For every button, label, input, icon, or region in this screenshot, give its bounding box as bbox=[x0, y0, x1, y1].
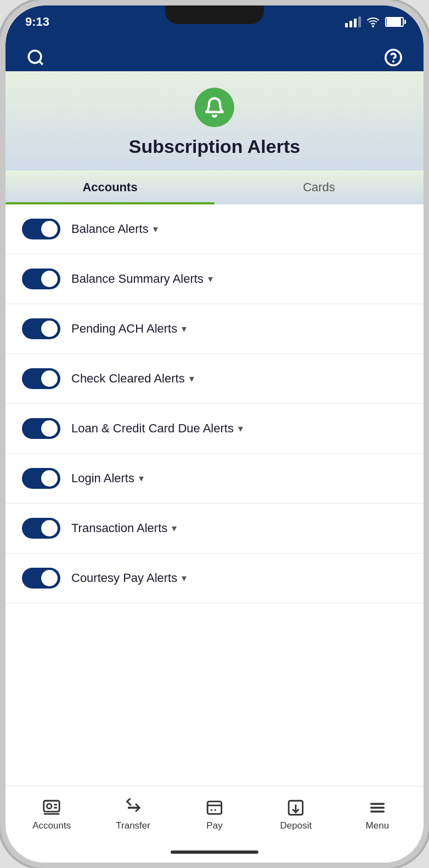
bell-circle bbox=[195, 88, 234, 127]
transfer-icon bbox=[124, 798, 143, 817]
toggle-check-cleared[interactable] bbox=[22, 368, 60, 389]
nav-label-menu: Menu bbox=[366, 820, 390, 831]
toggle-thumb-login bbox=[41, 470, 58, 487]
chevron-down-icon-balance-summary: ▾ bbox=[208, 273, 213, 285]
alert-item-balance[interactable]: Balance Alerts ▾ bbox=[5, 204, 424, 254]
alert-item-courtesy-pay[interactable]: Courtesy Pay Alerts ▾ bbox=[5, 553, 424, 603]
nav-label-deposit: Deposit bbox=[280, 820, 312, 831]
home-bar bbox=[171, 850, 258, 854]
chevron-down-icon-transaction: ▾ bbox=[172, 522, 177, 534]
tab-cards[interactable]: Cards bbox=[214, 170, 424, 204]
alert-label-login: Login Alerts bbox=[71, 471, 134, 486]
phone-inner: 9:13 bbox=[5, 5, 424, 863]
alert-label-balance: Balance Alerts bbox=[71, 222, 149, 236]
home-indicator bbox=[5, 846, 424, 863]
alert-label-courtesy-pay: Courtesy Pay Alerts bbox=[71, 571, 177, 585]
search-icon bbox=[26, 48, 45, 67]
notch bbox=[165, 5, 264, 24]
toggle-thumb-balance-summary bbox=[41, 271, 58, 287]
help-button[interactable] bbox=[380, 44, 407, 71]
alert-item-check-cleared[interactable]: Check Cleared Alerts ▾ bbox=[5, 354, 424, 404]
svg-rect-8 bbox=[207, 801, 222, 814]
nav-item-transfer[interactable]: Transfer bbox=[92, 798, 173, 831]
page-title: Subscription Alerts bbox=[129, 136, 300, 157]
tabs-container: Accounts Cards bbox=[5, 170, 424, 204]
alerts-list: Balance Alerts ▾ Balance Summary Alerts … bbox=[5, 204, 424, 786]
nav-item-accounts[interactable]: Accounts bbox=[11, 798, 92, 831]
bottom-nav: Accounts Transfer bbox=[5, 786, 424, 846]
svg-point-1 bbox=[29, 50, 41, 63]
signal-bar-4 bbox=[358, 16, 361, 27]
toggle-balance[interactable] bbox=[22, 219, 60, 239]
toggle-pending-ach[interactable] bbox=[22, 318, 60, 339]
toggle-thumb-loan-credit bbox=[41, 420, 58, 437]
search-button[interactable] bbox=[22, 44, 49, 71]
signal-bar-1 bbox=[345, 23, 348, 27]
tab-accounts[interactable]: Accounts bbox=[5, 170, 214, 204]
chevron-down-icon-check-cleared: ▾ bbox=[189, 373, 194, 385]
alert-item-loan-credit[interactable]: Loan & Credit Card Due Alerts ▾ bbox=[5, 404, 424, 454]
toggle-thumb-pending-ach bbox=[41, 321, 58, 337]
app-header bbox=[5, 38, 424, 71]
toggle-transaction[interactable] bbox=[22, 518, 60, 539]
alert-item-pending-ach[interactable]: Pending ACH Alerts ▾ bbox=[5, 304, 424, 354]
alert-label-pending-ach: Pending ACH Alerts bbox=[71, 322, 177, 336]
signal-bar-2 bbox=[349, 21, 352, 27]
help-icon bbox=[384, 48, 403, 67]
chevron-down-icon-courtesy-pay: ▾ bbox=[182, 572, 187, 584]
toggle-thumb-balance bbox=[41, 221, 58, 237]
battery-fill bbox=[387, 18, 401, 26]
toggle-login[interactable] bbox=[22, 468, 60, 489]
bell-container: Subscription Alerts bbox=[5, 71, 424, 170]
svg-line-2 bbox=[39, 61, 43, 65]
deposit-icon bbox=[286, 798, 305, 817]
alert-item-balance-summary[interactable]: Balance Summary Alerts ▾ bbox=[5, 254, 424, 304]
svg-point-6 bbox=[47, 803, 52, 808]
status-icons bbox=[345, 15, 404, 28]
alert-label-check-cleared: Check Cleared Alerts bbox=[71, 372, 185, 386]
toggle-thumb-transaction bbox=[41, 520, 58, 536]
nav-item-deposit[interactable]: Deposit bbox=[255, 798, 336, 831]
svg-point-0 bbox=[372, 26, 374, 27]
chevron-down-icon-pending-ach: ▾ bbox=[182, 323, 187, 335]
nav-label-transfer: Transfer bbox=[116, 820, 150, 831]
nav-label-accounts: Accounts bbox=[32, 820, 71, 831]
pay-icon bbox=[205, 798, 224, 817]
alert-label-loan-credit: Loan & Credit Card Due Alerts bbox=[71, 421, 234, 436]
signal-bars-icon bbox=[345, 16, 361, 27]
toggle-thumb-check-cleared bbox=[41, 370, 58, 387]
accounts-icon bbox=[42, 798, 61, 817]
toggle-balance-summary[interactable] bbox=[22, 269, 60, 289]
alert-item-transaction[interactable]: Transaction Alerts ▾ bbox=[5, 504, 424, 553]
bell-icon bbox=[204, 96, 225, 118]
alert-item-login[interactable]: Login Alerts ▾ bbox=[5, 454, 424, 504]
nav-item-pay[interactable]: Pay bbox=[174, 798, 255, 831]
status-time: 9:13 bbox=[25, 15, 49, 29]
menu-icon bbox=[368, 798, 387, 817]
alert-label-balance-summary: Balance Summary Alerts bbox=[71, 272, 204, 286]
nav-item-menu[interactable]: Menu bbox=[337, 798, 418, 831]
toggle-thumb-courtesy-pay bbox=[41, 570, 58, 586]
alert-label-transaction: Transaction Alerts bbox=[71, 521, 167, 535]
chevron-down-icon-loan-credit: ▾ bbox=[238, 422, 243, 435]
wifi-icon bbox=[366, 15, 380, 28]
status-bar: 9:13 bbox=[5, 5, 424, 38]
signal-bar-3 bbox=[354, 19, 357, 27]
chevron-down-icon-balance: ▾ bbox=[153, 223, 158, 235]
toggle-courtesy-pay[interactable] bbox=[22, 568, 60, 589]
battery-icon bbox=[385, 17, 404, 27]
chevron-down-icon-login: ▾ bbox=[139, 472, 144, 484]
toggle-loan-credit[interactable] bbox=[22, 418, 60, 439]
nav-label-pay: Pay bbox=[206, 820, 222, 831]
phone-frame: 9:13 bbox=[0, 0, 429, 868]
